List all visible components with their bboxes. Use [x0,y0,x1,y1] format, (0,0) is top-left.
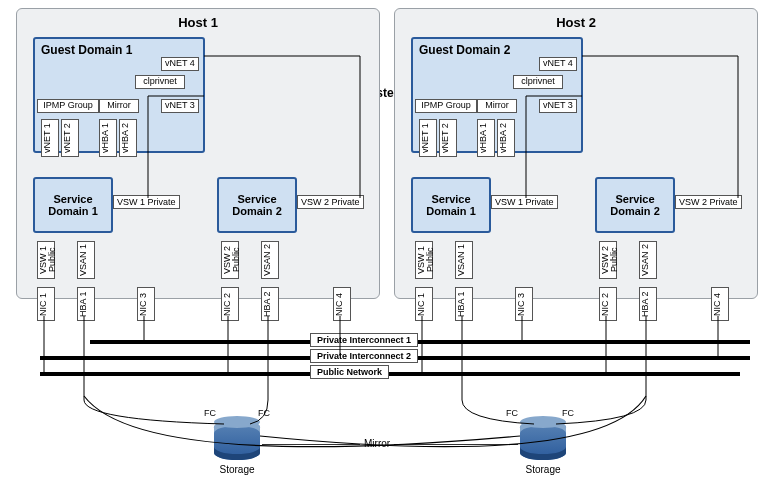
vnet1-2: vNET 1 [419,119,437,157]
host-1: Host 1 Guest Domain 1 IPMP Group Mirror … [16,8,380,299]
fc-label-2a: FC [506,408,518,418]
public-network-label: Public Network [310,365,389,379]
clprivnet-2: clprivnet [513,75,563,89]
vhba1-1: vHBA 1 [99,119,117,157]
hba1-1: HBA 1 [77,287,95,321]
fc-label-1b: FC [258,408,270,418]
clprivnet-1: clprivnet [135,75,185,89]
nic1-1: NIC 1 [37,287,55,321]
nic3-2: NIC 3 [515,287,533,321]
storage-1: Storage [214,420,260,476]
vsw2-public-1: VSW 2 Public [221,241,239,279]
service-domain-1b: Service Domain 2 [217,177,297,233]
service-domain-1a: Service Domain 1 [33,177,113,233]
guest-domain-2-title: Guest Domain 2 [419,43,510,57]
hba2-1: HBA 2 [261,287,279,321]
vnet1-1: vNET 1 [41,119,59,157]
mirror-1: Mirror [99,99,139,113]
nic3-1: NIC 3 [137,287,155,321]
storage-cylinder-icon [214,420,260,460]
nic2-1: NIC 2 [221,287,239,321]
host-1-title: Host 1 [17,15,379,30]
vhba2-2: vHBA 2 [497,119,515,157]
vsan1-2: VSAN 1 [455,241,473,279]
vnet4-2: vNET 4 [539,57,577,71]
vnet3-1: vNET 3 [161,99,199,113]
hba1-2: HBA 1 [455,287,473,321]
service-domain-2b: Service Domain 2 [595,177,675,233]
storage-2-label: Storage [520,464,566,475]
vnet3-2: vNET 3 [539,99,577,113]
storage-cylinder-icon [520,420,566,460]
ipmp-group-2: IPMP Group [415,99,477,113]
vsan2-2: VSAN 2 [639,241,657,279]
vhba1-2: vHBA 1 [477,119,495,157]
private-interconnect-2-label: Private Interconnect 2 [310,349,418,363]
nic4-2: NIC 4 [711,287,729,321]
public-network [40,372,740,376]
service-domain-2a: Service Domain 1 [411,177,491,233]
vsw2-private-2: VSW 2 Private [675,195,742,209]
private-interconnect-1 [90,340,750,344]
vsw2-public-2: VSW 2 Public [599,241,617,279]
vsw1-public-1: VSW 1 Public [37,241,55,279]
vnet2-2: vNET 2 [439,119,457,157]
mirror-label: Mirror [360,438,394,449]
mirror-2: Mirror [477,99,517,113]
host-2-title: Host 2 [395,15,757,30]
vsw1-private-1: VSW 1 Private [113,195,180,209]
vnet2-1: vNET 2 [61,119,79,157]
vsw1-public-2: VSW 1 Public [415,241,433,279]
ipmp-group-1: IPMP Group [37,99,99,113]
vsan2-1: VSAN 2 [261,241,279,279]
fc-label-1a: FC [204,408,216,418]
hba2-2: HBA 2 [639,287,657,321]
guest-domain-1: Guest Domain 1 IPMP Group Mirror clprivn… [33,37,205,153]
host-2: Host 2 Guest Domain 2 IPMP Group Mirror … [394,8,758,299]
vnet4-1: vNET 4 [161,57,199,71]
vsw2-private-1: VSW 2 Private [297,195,364,209]
private-interconnect-1-label: Private Interconnect 1 [310,333,418,347]
vsan1-1: VSAN 1 [77,241,95,279]
guest-domain-2: Guest Domain 2 IPMP Group Mirror clprivn… [411,37,583,153]
fc-label-2b: FC [562,408,574,418]
nic2-2: NIC 2 [599,287,617,321]
guest-domain-1-title: Guest Domain 1 [41,43,132,57]
nic4-1: NIC 4 [333,287,351,321]
nic1-2: NIC 1 [415,287,433,321]
vhba2-1: vHBA 2 [119,119,137,157]
vsw1-private-2: VSW 1 Private [491,195,558,209]
storage-2: Storage [520,420,566,476]
storage-1-label: Storage [214,464,260,475]
